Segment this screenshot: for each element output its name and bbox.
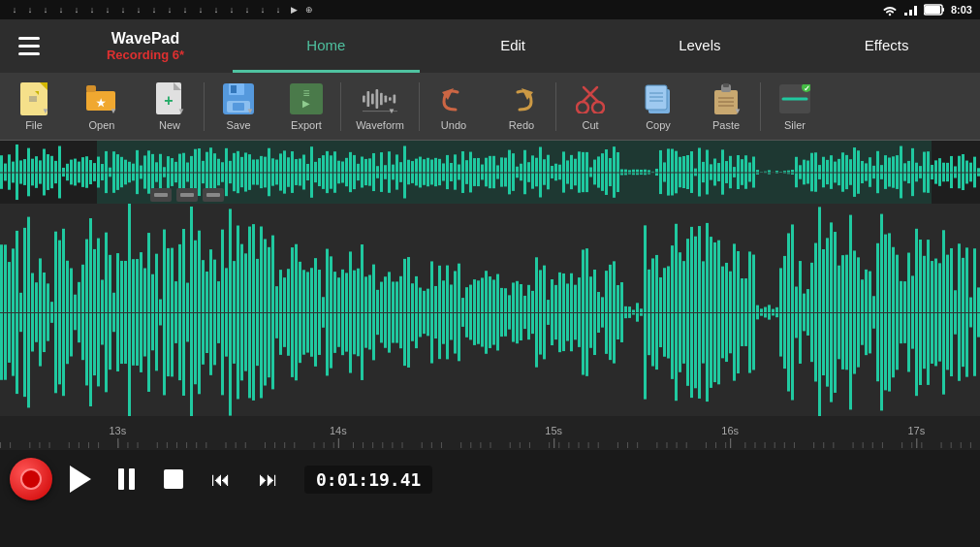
tab-edit[interactable]: Edit <box>420 19 607 73</box>
dl-icon-4: ↓ <box>54 3 68 16</box>
main-waveform[interactable] <box>0 204 980 416</box>
open-button[interactable]: ★ ▼ Open <box>68 73 136 141</box>
svg-rect-1 <box>909 10 912 16</box>
cut-icon <box>573 81 608 116</box>
new-label: New <box>159 119 180 131</box>
dl-icon-17: ↓ <box>256 3 269 16</box>
title-nav-bar: WavePad Recording 6* Home Edit Levels Ef… <box>0 19 980 73</box>
undo-button[interactable]: Undo <box>420 73 488 141</box>
dl-icon-20: ⊕ <box>302 3 316 16</box>
hamburger-line-2 <box>18 45 40 48</box>
tab-effects[interactable]: Effects <box>793 19 980 73</box>
skip-forward-button[interactable]: ⏭ <box>247 458 290 500</box>
open-label: Open <box>89 119 115 131</box>
main-canvas <box>0 204 980 416</box>
svg-text:✓: ✓ <box>804 84 810 93</box>
silence-icon: ✓ <box>777 81 812 116</box>
svg-point-37 <box>577 102 588 113</box>
dl-icon-1: ↓ <box>8 3 21 16</box>
time-display: 0:01:19.41 <box>304 466 432 494</box>
svg-rect-5 <box>925 6 940 14</box>
dl-icon-13: ↓ <box>194 3 207 16</box>
pause-icon <box>118 468 135 490</box>
paste-label: Paste <box>712 119 740 131</box>
record-button[interactable] <box>10 458 52 500</box>
paste-button[interactable]: ▼ Paste <box>692 73 760 141</box>
dl-icon-2: ↓ <box>23 3 37 16</box>
signal-icon <box>902 3 920 16</box>
waveform-area[interactable] <box>0 141 980 450</box>
transport-controls: ⏮ ⏭ 0:01:19.41 <box>0 450 980 508</box>
view-handle-3[interactable] <box>203 188 224 202</box>
svg-rect-32 <box>389 97 392 101</box>
svg-rect-31 <box>385 95 388 102</box>
dl-icon-7: ↓ <box>101 3 114 16</box>
svg-rect-30 <box>380 93 383 106</box>
tab-home-label: Home <box>306 37 345 53</box>
dl-icon-15: ↓ <box>225 3 238 16</box>
overview-canvas <box>0 141 980 204</box>
tab-edit-label: Edit <box>500 37 525 53</box>
hamburger-line-3 <box>18 52 40 55</box>
new-dropdown-arrow: ▼ <box>177 107 187 116</box>
new-button[interactable]: + ▼ New <box>136 73 204 141</box>
waveform-button[interactable]: ▼ Waveform <box>341 73 419 141</box>
dl-icon-10: ↓ <box>147 3 161 16</box>
view-handles <box>150 188 224 202</box>
timeline-canvas <box>0 421 980 450</box>
tab-home[interactable]: Home <box>233 19 420 73</box>
dl-icon-3: ↓ <box>39 3 52 16</box>
dl-icon-18: ↓ <box>271 3 285 16</box>
dl-icon-6: ↓ <box>85 3 99 16</box>
dl-icon-5: ↓ <box>70 3 83 16</box>
file-button[interactable]: ▼ File <box>0 73 68 141</box>
export-icon: ≡ ▶ <box>289 81 324 116</box>
redo-button[interactable]: Redo <box>488 73 555 141</box>
stop-icon <box>164 469 183 489</box>
svg-rect-33 <box>394 95 396 104</box>
silence-label: Siler <box>784 119 806 131</box>
copy-button[interactable]: Copy <box>624 73 692 141</box>
view-handle-1[interactable] <box>150 188 172 202</box>
file-label: File <box>25 119 43 131</box>
tab-levels[interactable]: Levels <box>607 19 794 73</box>
toolbar: ▼ File ★ ▼ Open + ▼ New <box>0 73 980 141</box>
pause-button[interactable] <box>105 458 147 500</box>
svg-rect-22 <box>233 103 244 111</box>
open-dropdown-arrow: ▼ <box>110 107 119 116</box>
cut-label: Cut <box>582 119 598 131</box>
svg-text:★: ★ <box>96 97 107 109</box>
svg-rect-26 <box>363 95 365 102</box>
save-button[interactable]: ▼ Save <box>205 73 272 141</box>
export-button[interactable]: ≡ ▶ Export <box>272 73 340 141</box>
skip-back-button[interactable]: ⏮ <box>200 458 242 500</box>
skip-back-icon: ⏮ <box>211 468 231 491</box>
silence-button[interactable]: ✓ Siler <box>761 73 829 141</box>
redo-label: Redo <box>509 119 534 131</box>
dl-icon-11: ↓ <box>163 3 176 16</box>
svg-rect-48 <box>723 83 729 87</box>
view-handle-2[interactable] <box>176 188 198 202</box>
tab-levels-label: Levels <box>679 37 720 53</box>
copy-icon <box>641 81 676 116</box>
export-label: Export <box>291 119 322 131</box>
stop-button[interactable] <box>152 458 195 500</box>
skip-forward-icon: ⏭ <box>259 468 278 491</box>
undo-icon <box>436 81 471 116</box>
battery-icon <box>924 3 945 16</box>
hamburger-button[interactable] <box>0 19 58 73</box>
overview-waveform[interactable] <box>0 141 980 204</box>
waveform-label: Waveform <box>356 119 404 131</box>
undo-label: Undo <box>441 119 466 131</box>
dl-icon-14: ↓ <box>209 3 223 16</box>
svg-text:+: + <box>164 92 173 109</box>
paste-dropdown-arrow: ▼ <box>734 107 743 116</box>
timeline <box>0 416 980 450</box>
cut-button[interactable]: Cut <box>556 73 624 141</box>
svg-rect-20 <box>231 85 237 93</box>
notification-icons: ↓ ↓ ↓ ↓ ↓ ↓ ↓ ↓ ↓ ↓ ↓ ↓ ↓ ↓ ↓ ↓ ↓ ↓ ▶ ⊕ <box>8 3 875 16</box>
play-button[interactable] <box>57 458 100 500</box>
redo-icon <box>504 81 539 116</box>
svg-rect-27 <box>367 91 370 107</box>
svg-rect-0 <box>904 13 907 16</box>
